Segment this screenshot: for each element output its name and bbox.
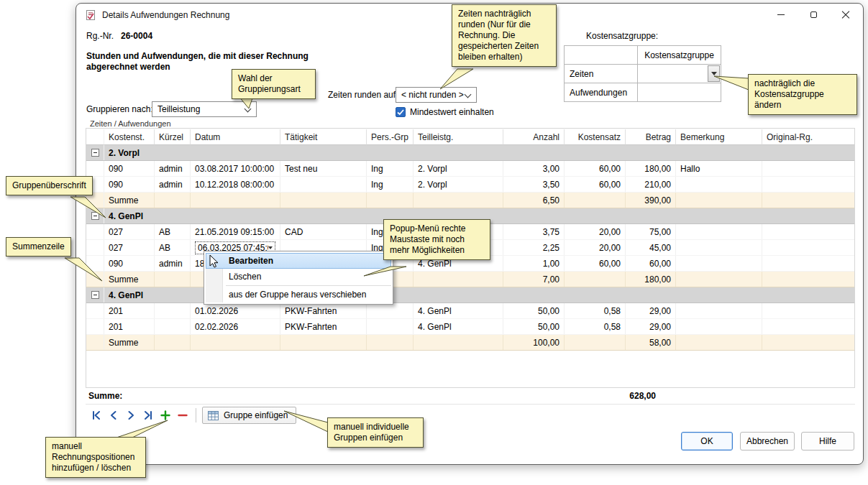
mindestwert-label: Mindestwert einhalten — [410, 107, 494, 117]
table-cell: Test neu — [280, 161, 367, 176]
runden-select[interactable]: < nicht runden > — [396, 87, 477, 103]
row-indicator-cell — [86, 272, 104, 287]
table-cell — [414, 335, 503, 350]
summe-betrag: 180,00 — [626, 272, 676, 287]
table-row[interactable]: 090 admin 10.12.2018 08:00:00 Ing 2. Vor… — [86, 177, 854, 193]
gruppe-einfuegen-button[interactable]: Gruppe einfügen — [202, 407, 296, 424]
rg-label: Rg.-Nr. — [86, 31, 114, 41]
table-cell: 45,00 — [626, 240, 676, 255]
callout-kostensatzgruppe: nachträglich die Kostensatzgruppe ändern — [748, 74, 857, 115]
kostensatzgruppe-label: Kostensatzgruppe: — [586, 31, 658, 41]
table-cell: Ing — [367, 161, 414, 176]
col-header-datum[interactable]: Datum — [191, 129, 280, 145]
table-cell: 027 — [104, 240, 155, 255]
table-cell: 027 — [104, 224, 155, 239]
table-cell: 50,00 — [503, 319, 565, 334]
plus-icon — [160, 410, 171, 421]
col-header-bemerkung[interactable]: Bemerkung — [676, 129, 762, 145]
table-cell: 60,00 — [565, 161, 626, 176]
group-header-row[interactable]: 2. Vorpl — [86, 145, 854, 161]
table-cell — [280, 177, 367, 192]
table-cell — [762, 240, 854, 255]
table-cell — [676, 240, 762, 255]
first-record-button[interactable] — [88, 407, 104, 423]
ks-row-zeiten: Zeiten — [565, 65, 638, 83]
table-cell — [367, 193, 414, 208]
col-header-betrag[interactable]: Betrag — [626, 129, 676, 145]
last-record-button[interactable] — [140, 407, 156, 423]
callout-gruppen-einfuegen: manuell individuelle Gruppen einfügen — [327, 417, 424, 448]
previous-record-button[interactable] — [105, 407, 122, 423]
gruppieren-select[interactable]: Teilleistung — [152, 101, 257, 117]
collapse-icon[interactable] — [91, 291, 99, 299]
col-header-persgrp[interactable]: Pers.-Grp — [367, 129, 414, 145]
table-cell — [762, 335, 854, 350]
maximize-button[interactable] — [798, 4, 830, 25]
table-cell — [155, 319, 191, 334]
collapse-icon[interactable] — [91, 212, 99, 220]
table-row[interactable]: 201 01.02.2026 PKW-Fahrten 4. GenPl 50,0… — [86, 303, 854, 319]
table-row[interactable]: 090 admin 03.08.2017 10:00:00 Test neu I… — [86, 161, 854, 177]
last-record-icon — [142, 410, 154, 421]
table-cell — [762, 319, 854, 334]
check-icon — [396, 108, 405, 116]
table-cell — [280, 193, 367, 208]
table-cell: AB — [155, 240, 191, 255]
table-cell — [676, 319, 762, 334]
table-cell: 2. Vorpl — [414, 177, 503, 192]
collapse-icon[interactable] — [91, 149, 99, 157]
table-cell: 090 — [104, 177, 155, 192]
table-cell: 50,00 — [503, 303, 565, 318]
table-cell — [367, 303, 414, 318]
chevron-down-icon — [465, 91, 472, 98]
total-label: Summe: — [88, 391, 122, 401]
menu-item-loeschen[interactable]: Löschen — [206, 269, 391, 285]
record-toolbar: Gruppe einfügen — [88, 406, 296, 425]
group-header-row[interactable]: 4. GenPl — [86, 287, 854, 303]
ok-button[interactable]: OK — [681, 432, 733, 451]
runden-value: < nicht runden > — [401, 90, 464, 100]
delete-row-button[interactable] — [174, 407, 191, 423]
minimize-button[interactable] — [764, 4, 797, 25]
table-cell: 21.05.2019 09:15:00 — [191, 224, 280, 239]
row-indicator-cell — [86, 240, 104, 255]
row-indicator-cell — [86, 303, 104, 318]
callout-rechnungspositionen: manuell Rechnungspositionen hinzufügen /… — [45, 437, 146, 478]
next-record-button[interactable] — [122, 407, 139, 423]
row-indicator-cell — [86, 335, 104, 350]
col-header-kuerzel[interactable]: Kürzel — [155, 129, 191, 145]
table-cell: 201 — [104, 303, 155, 318]
ks-aufwendungen-value-cell[interactable] — [638, 83, 721, 102]
col-header-anzahl[interactable]: Anzahl — [503, 129, 565, 145]
row-indicator-cell — [86, 208, 104, 223]
abbrechen-button[interactable]: Abbrechen — [740, 432, 795, 451]
col-header-teilleistg[interactable]: Teilleistg. — [414, 129, 503, 145]
menu-item-bearbeiten[interactable]: Bearbeiten — [206, 253, 391, 269]
col-header-kostenst[interactable]: Kostenst. — [104, 129, 155, 145]
gruppe-einfuegen-label: Gruppe einfügen — [224, 410, 288, 420]
summe-anzahl: 6,50 — [503, 193, 565, 208]
add-row-button[interactable] — [157, 407, 173, 423]
ks-zeiten-value-cell[interactable] — [638, 65, 721, 83]
col-header-taetigkeit[interactable]: Tätigkeit — [280, 129, 367, 145]
context-menu: Bearbeiten Löschen aus der Gruppe heraus… — [204, 251, 393, 305]
app-icon — [85, 9, 96, 21]
table-cell — [367, 319, 414, 334]
col-header-kostensatz[interactable]: Kostensatz — [565, 129, 626, 145]
table-cell — [762, 272, 854, 287]
table-cell: 090 — [104, 256, 155, 271]
table-cell — [676, 193, 762, 208]
hilfe-button[interactable]: Hilfe — [801, 432, 854, 451]
menu-item-verschieben[interactable]: aus der Gruppe heraus verschieben — [206, 287, 391, 302]
mindestwert-row: Mindestwert einhalten — [396, 107, 494, 117]
ks-dropdown-button[interactable] — [708, 65, 720, 82]
callout-gruppenueberschrift: Gruppenüberschrift — [6, 176, 93, 195]
table-row[interactable]: 201 02.02.2026 PKW-Fahrten 4. GenPl 50,0… — [86, 319, 854, 335]
table-cell: 1,00 — [503, 256, 565, 271]
table-cell — [762, 303, 854, 318]
col-header-original[interactable]: Original-Rg. — [762, 129, 854, 145]
table-cell: 2,25 — [503, 240, 565, 255]
total-value: 628,00 — [613, 391, 656, 401]
mindestwert-checkbox[interactable] — [396, 107, 406, 117]
close-button[interactable] — [829, 4, 862, 25]
